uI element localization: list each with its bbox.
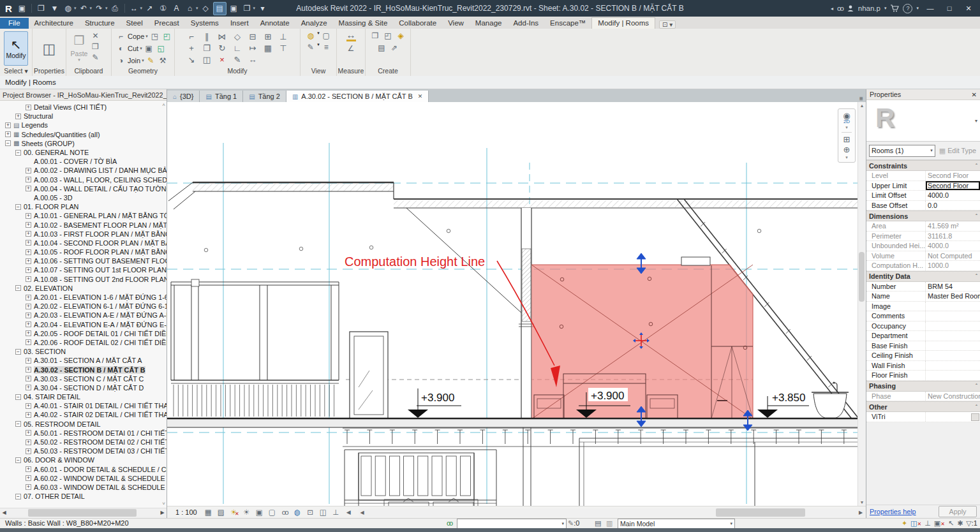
join-elements-icon[interactable]: ◫	[202, 54, 212, 64]
view-tab[interactable]: ▥A.30.02 - SECTION B / MẶT CẮT B✕	[286, 91, 429, 102]
split-icon[interactable]: ⊟	[248, 31, 258, 41]
pin-icon[interactable]: ⊥	[278, 31, 289, 41]
properties-section-header[interactable]: Dimensionsˆ	[866, 211, 980, 221]
select-pinned-icon[interactable]: ⊥	[924, 519, 931, 528]
select-underlay-icon[interactable]: ◫✕	[910, 519, 921, 528]
collapse-icon[interactable]: −	[15, 150, 21, 156]
aligned-dimension-tool-icon[interactable]: ∠	[346, 43, 357, 54]
offset-icon[interactable]: ∥	[202, 31, 212, 41]
expand-icon[interactable]: +	[26, 231, 31, 237]
collapse-icon[interactable]: −	[15, 421, 21, 427]
extend-icon[interactable]: ↦	[248, 43, 258, 53]
tree-item[interactable]: +A.40.02 - STAIR 02 DETAIL / CHI TIẾT TH…	[0, 410, 167, 419]
property-value[interactable]: BRM 54	[926, 282, 980, 292]
linework-icon[interactable]: ▢	[321, 31, 332, 41]
collapse-icon[interactable]: −	[5, 140, 11, 146]
ribbon-tab-annotate[interactable]: Annotate	[255, 18, 295, 29]
expand-icon[interactable]: +	[26, 339, 31, 345]
app-store-cart-icon[interactable]	[890, 4, 899, 12]
create-similar-icon[interactable]: ◈	[396, 31, 406, 41]
close-button[interactable]: ✕	[961, 2, 976, 15]
ribbon-tab-massing-site[interactable]: Massing & Site	[333, 18, 394, 29]
tree-item[interactable]: +A.10.04 - SECOND FLOOR PLAN / MẶT BẰNG	[0, 239, 167, 248]
property-value[interactable]	[926, 371, 980, 380]
revit-logo-icon[interactable]: R	[3, 3, 15, 15]
tree-item[interactable]: +A.10.08 - SETTING OUT 2nd FLOOR PLAN / …	[0, 275, 167, 284]
hscroll-right-icon[interactable]: ▶	[857, 508, 865, 517]
property-value[interactable]: 41.569 m²	[926, 221, 980, 231]
tree-item[interactable]: +A.00.02 - DRAWING LIST / DANH MỤC BẢN V	[0, 166, 167, 175]
tree-item[interactable]: +A.10.06 - SETTING OUT BASEMENT FLOOR PL	[0, 256, 167, 265]
tree-item[interactable]: +A.60.01 - DOOR DETAIL & SCHEDULE / CHI …	[0, 465, 167, 474]
tree-item[interactable]: +A.10.07 - SETTING OUT 1st FLOOR PLAN / …	[0, 265, 167, 274]
undo-icon[interactable]: ↶	[78, 3, 90, 15]
ribbon-tab-precast[interactable]: Precast	[149, 18, 185, 29]
ribbon-tab-insert[interactable]: Insert	[225, 18, 255, 29]
properties-header[interactable]: Properties ✕	[866, 89, 980, 100]
reveal-hidden-elements-icon[interactable]: ◍	[293, 508, 302, 517]
tree-item[interactable]: +▦Schedules/Quantities (all)	[0, 130, 167, 139]
vscroll-handle[interactable]	[859, 252, 865, 302]
aligned-dimension-icon[interactable]: ↗	[144, 3, 156, 15]
property-value[interactable]: 1000.0	[926, 261, 980, 270]
user-menu-chevron-icon[interactable]: ▾	[884, 6, 887, 11]
expand-icon[interactable]: +	[26, 222, 31, 228]
thin-lines-icon[interactable]: ▤	[213, 2, 226, 15]
undo-dropdown-icon[interactable]: ▾	[90, 6, 93, 11]
expand-icon[interactable]: +	[26, 385, 31, 390]
active-workset-select[interactable]: ▾	[457, 519, 567, 529]
tree-item[interactable]: +A.10.01 - GENERAL PLAN / MẶT BẰNG TỔNG	[0, 211, 167, 220]
ribbon-tab-steel[interactable]: Steel	[121, 18, 149, 29]
detail-level-icon[interactable]: ▦	[204, 508, 213, 517]
expand-icon[interactable]: +	[26, 267, 31, 273]
ribbon-tab-architecture[interactable]: Architecture	[29, 18, 79, 29]
measure-tool-icon[interactable]: ↔	[248, 54, 258, 64]
measure-icon[interactable]: ↔	[346, 31, 356, 41]
project-browser-header[interactable]: Project Browser - IR_HoSoMau-KienTruc_Re…	[0, 89, 167, 101]
collapse-icon[interactable]: −	[15, 285, 21, 291]
property-value[interactable]: New Construction	[926, 392, 980, 401]
scroll-handle[interactable]	[28, 509, 137, 517]
ribbon-tab-add-ins[interactable]: Add-Ins	[507, 18, 544, 29]
create-parts-icon[interactable]: ⇗	[389, 43, 400, 53]
tree-item[interactable]: +Structural	[0, 112, 167, 121]
zoom-menu-chevron-icon[interactable]: ▾	[845, 155, 848, 160]
tree-item[interactable]: +A.50.03 - RESTROOM DETAI 03 / CHI TIẾT …	[0, 447, 167, 455]
expand-icon[interactable]: +	[26, 484, 31, 490]
selected-room[interactable]	[531, 265, 753, 419]
type-selector-chevron-icon[interactable]: ▾	[975, 118, 977, 124]
paint-tool-icon[interactable]: ✎	[232, 54, 243, 64]
wheel-menu-chevron-icon[interactable]: ▾	[845, 125, 848, 130]
copy-clipboard-icon[interactable]: ❐	[90, 41, 101, 52]
expand-icon[interactable]: +	[5, 122, 11, 128]
property-value-button[interactable]	[971, 413, 979, 421]
tree-scroll-up-icon[interactable]: ˄	[162, 102, 165, 108]
hide-elements-icon[interactable]: ≡	[321, 42, 332, 52]
tree-item[interactable]: −05. RESTROOM DETAIL	[0, 420, 167, 429]
background-process-icon[interactable]: ✱	[957, 519, 963, 528]
property-value[interactable]	[926, 341, 980, 351]
tree-item[interactable]: +▤Legends	[0, 121, 167, 129]
paste-button[interactable]: ❐ Paste ▾	[68, 31, 90, 63]
collapse-icon[interactable]: −	[15, 349, 21, 355]
close-view-icon[interactable]: ✕	[418, 93, 423, 100]
section-collapse-icon[interactable]: ˆ	[976, 404, 977, 410]
view-tab[interactable]: ▤Tầng 2	[243, 91, 286, 102]
cope-tool[interactable]: ⌐Cope▾◳◰	[115, 31, 172, 42]
close-hidden-windows-icon[interactable]: ▣	[228, 3, 240, 15]
expand-icon[interactable]: +	[15, 114, 21, 119]
text-icon[interactable]: A	[170, 3, 182, 15]
tree-item[interactable]: +A.00.03 - WALL, FLOOR, CEILING SCHEDULE…	[0, 175, 167, 184]
maximize-button[interactable]: □	[942, 2, 957, 15]
select-links-icon[interactable]: ✦	[902, 519, 907, 528]
sync-dropdown-icon[interactable]: ▾	[74, 6, 77, 11]
switch-windows-icon[interactable]: ❐	[241, 3, 253, 15]
mirror-pick-icon[interactable]: ⋈	[217, 31, 228, 41]
tree-item[interactable]: +A.20.04 - ELEVATION E-A / MẶT ĐỨNG E-A	[0, 320, 167, 329]
ribbon-tab-enscape-[interactable]: Enscape™	[544, 18, 591, 29]
ribbon-tab-structure[interactable]: Structure	[79, 18, 121, 29]
properties-icon[interactable]: ◫	[38, 38, 61, 61]
tree-item[interactable]: +A.30.03 - SECTION C / MẶT CẮT C	[0, 374, 167, 383]
view-tab-list-icon[interactable]: ≡	[857, 95, 866, 102]
hammer-icon[interactable]: ⚒	[158, 55, 168, 66]
